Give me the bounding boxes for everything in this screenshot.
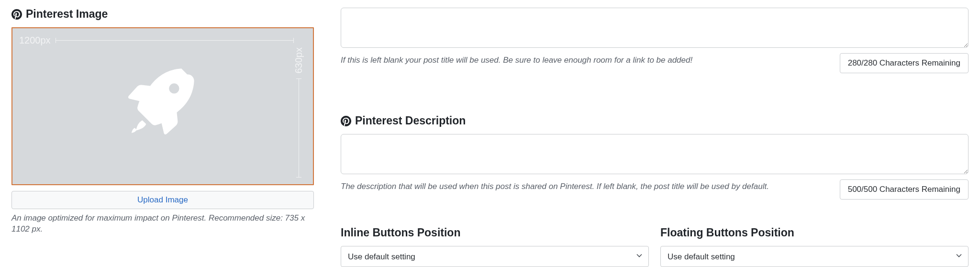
pinterest-title-char-counter: 280/280 Characters Remaining — [840, 53, 969, 73]
pinterest-image-heading: Pinterest Image — [11, 8, 314, 21]
description-below-row: The description that will be used when t… — [341, 179, 969, 200]
floating-buttons-position-heading: Floating Buttons Position — [660, 226, 969, 239]
title-below-row: If this is left blank your post title wi… — [341, 53, 969, 73]
pinterest-image-section: Pinterest Image 1200px 630px Upload Imag… — [11, 8, 314, 267]
right-column: If this is left blank your post title wi… — [341, 8, 969, 267]
placeholder-height-indicator: 630px — [293, 47, 304, 178]
pinterest-image-heading-text: Pinterest Image — [26, 8, 108, 21]
vertical-dimension-line — [299, 78, 299, 178]
floating-buttons-position-section: Floating Buttons Position Use default se… — [660, 226, 969, 267]
settings-panel: Pinterest Image 1200px 630px Upload Imag… — [0, 0, 980, 267]
pinterest-icon — [341, 116, 351, 126]
rocket-icon — [122, 65, 203, 148]
inline-buttons-position-section: Inline Buttons Position Use default sett… — [341, 226, 649, 267]
horizontal-dimension-line — [56, 40, 294, 41]
inline-buttons-position-select[interactable]: Use default setting — [341, 246, 649, 267]
pinterest-description-input[interactable] — [341, 134, 969, 174]
pinterest-image-help: An image optimized for maximum impact on… — [11, 213, 314, 235]
pinterest-title-input[interactable] — [341, 8, 969, 48]
pinterest-title-help: If this is left blank your post title wi… — [341, 55, 832, 66]
pinterest-description-char-counter: 500/500 Characters Remaining — [840, 179, 969, 200]
inline-buttons-position-heading: Inline Buttons Position — [341, 226, 649, 239]
upload-image-button[interactable]: Upload Image — [11, 191, 314, 209]
pinterest-description-section: Pinterest Description The description th… — [341, 114, 969, 200]
pinterest-description-heading-text: Pinterest Description — [355, 114, 466, 127]
floating-buttons-position-select-wrap: Use default setting — [660, 246, 969, 267]
placeholder-width-indicator: 1200px — [19, 35, 294, 46]
button-position-row: Inline Buttons Position Use default sett… — [341, 226, 969, 267]
pinterest-description-help: The description that will be used when t… — [341, 181, 832, 192]
placeholder-width-label: 1200px — [19, 35, 51, 46]
pinterest-icon — [11, 9, 22, 20]
placeholder-height-label: 630px — [293, 47, 304, 74]
pinterest-description-heading: Pinterest Description — [341, 114, 969, 127]
inline-buttons-position-select-wrap: Use default setting — [341, 246, 649, 267]
floating-buttons-position-select[interactable]: Use default setting — [660, 246, 969, 267]
image-upload-placeholder[interactable]: 1200px 630px — [11, 27, 314, 185]
